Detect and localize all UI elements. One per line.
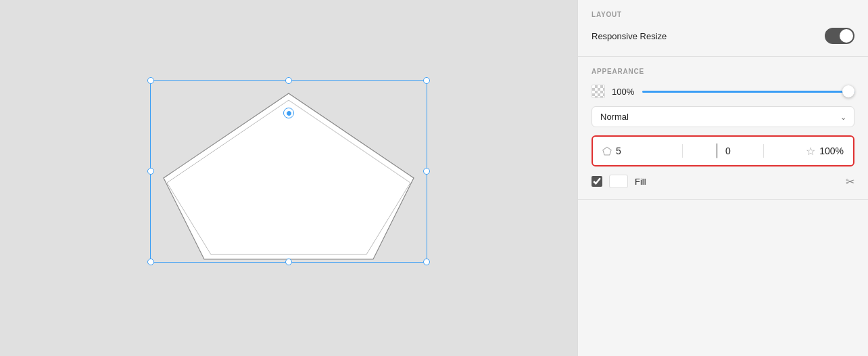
shape-container[interactable] — [150, 80, 427, 263]
appearance-label: APPEARANCE — [592, 68, 854, 75]
opacity-value: 100% — [612, 87, 635, 97]
fill-checkbox[interactable] — [592, 176, 602, 187]
blend-mode-wrapper: Normal Multiply Screen Overlay Darken Li… — [592, 106, 854, 127]
opacity-icon — [592, 85, 605, 98]
corner-radius-prop: ⎜ 0 — [683, 143, 763, 158]
fill-color-swatch[interactable] — [609, 175, 628, 188]
opacity-row: 100% — [592, 85, 854, 98]
corner-radius-value[interactable]: 0 — [725, 146, 731, 156]
sides-prop: ⬠ 5 — [602, 145, 682, 158]
opacity-slider[interactable] — [642, 91, 854, 93]
svg-marker-0 — [164, 93, 414, 259]
blend-mode-dropdown[interactable]: Normal Multiply Screen Overlay Darken Li… — [592, 106, 854, 127]
star-ratio-value[interactable]: 100% — [819, 146, 844, 156]
appearance-section: APPEARANCE 100% Normal Multiply Screen O… — [578, 57, 868, 200]
right-panel: LAYOUT Responsive Resize APPEARANCE 100%… — [577, 0, 868, 356]
canvas-area — [0, 0, 577, 356]
sides-value[interactable]: 5 — [616, 146, 621, 156]
responsive-resize-toggle[interactable] — [825, 28, 854, 44]
corner-radius-icon: ⎜ — [715, 143, 721, 158]
layout-section: LAYOUT Responsive Resize — [578, 0, 868, 57]
pentagon-icon: ⬠ — [602, 145, 612, 158]
responsive-resize-row: Responsive Resize — [592, 28, 854, 44]
fill-label: Fill — [635, 177, 839, 187]
fill-row: Fill ✂ — [592, 175, 854, 188]
layout-label: LAYOUT — [592, 11, 854, 18]
responsive-resize-label: Responsive Resize — [592, 31, 667, 41]
eyedropper-icon[interactable]: ✂ — [846, 175, 854, 188]
shape-properties-row: ⬠ 5 ⎜ 0 ☆ 100% — [592, 135, 854, 166]
star-ratio-prop: ☆ 100% — [764, 145, 844, 158]
pentagon-svg — [150, 80, 427, 263]
star-icon: ☆ — [806, 145, 815, 158]
